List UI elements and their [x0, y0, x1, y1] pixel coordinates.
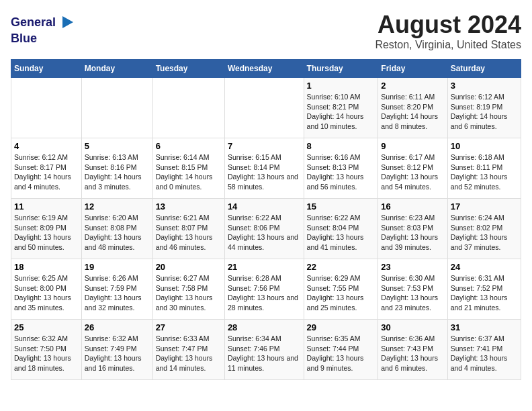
logo-arrow-icon	[60, 15, 75, 30]
subtitle: Reston, Virginia, United States	[375, 39, 521, 51]
logo-text-general: General	[11, 16, 56, 30]
day-info: Sunrise: 6:19 AM Sunset: 8:09 PM Dayligh…	[14, 214, 71, 251]
day-info: Sunrise: 6:18 AM Sunset: 8:11 PM Dayligh…	[451, 153, 508, 191]
calendar-cell: 24 Sunrise: 6:31 AM Sunset: 7:52 PM Dayl…	[447, 259, 521, 320]
day-number: 3	[451, 81, 518, 91]
calendar-week-row: 1 Sunrise: 6:10 AM Sunset: 8:21 PM Dayli…	[11, 78, 521, 138]
day-info: Sunrise: 6:24 AM Sunset: 8:02 PM Dayligh…	[451, 214, 508, 251]
day-info: Sunrise: 6:17 AM Sunset: 8:12 PM Dayligh…	[381, 153, 438, 191]
weekday-header-monday: Monday	[81, 60, 152, 78]
calendar-cell: 12 Sunrise: 6:20 AM Sunset: 8:08 PM Dayl…	[81, 199, 152, 259]
day-info: Sunrise: 6:10 AM Sunset: 8:21 PM Dayligh…	[307, 93, 364, 130]
weekday-header-thursday: Thursday	[304, 60, 378, 78]
calendar-cell	[11, 78, 82, 138]
title-block: August 2024 Reston, Virginia, United Sta…	[375, 11, 521, 51]
day-info: Sunrise: 6:11 AM Sunset: 8:20 PM Dayligh…	[381, 93, 438, 130]
calendar-cell: 5 Sunrise: 6:13 AM Sunset: 8:16 PM Dayli…	[81, 138, 152, 199]
day-number: 10	[451, 141, 518, 151]
day-info: Sunrise: 6:22 AM Sunset: 8:04 PM Dayligh…	[307, 214, 364, 251]
day-info: Sunrise: 6:35 AM Sunset: 7:44 PM Dayligh…	[307, 334, 364, 372]
day-number: 14	[228, 201, 301, 212]
calendar-cell: 11 Sunrise: 6:19 AM Sunset: 8:09 PM Dayl…	[11, 199, 82, 259]
calendar-header-row: SundayMondayTuesdayWednesdayThursdayFrid…	[11, 60, 521, 78]
day-info: Sunrise: 6:37 AM Sunset: 7:41 PM Dayligh…	[451, 334, 508, 372]
day-number: 13	[156, 201, 222, 212]
page-header: General Blue August 2024 Reston, Virgini…	[11, 11, 521, 51]
day-info: Sunrise: 6:31 AM Sunset: 7:52 PM Dayligh…	[451, 274, 508, 312]
day-number: 19	[85, 262, 150, 272]
day-number: 8	[307, 141, 375, 151]
calendar-cell: 3 Sunrise: 6:12 AM Sunset: 8:19 PM Dayli…	[447, 78, 521, 138]
calendar-cell: 15 Sunrise: 6:22 AM Sunset: 8:04 PM Dayl…	[304, 199, 378, 259]
calendar-cell: 1 Sunrise: 6:10 AM Sunset: 8:21 PM Dayli…	[304, 78, 378, 138]
day-number: 11	[14, 201, 79, 212]
calendar-cell: 25 Sunrise: 6:32 AM Sunset: 7:50 PM Dayl…	[11, 320, 82, 380]
calendar-cell: 29 Sunrise: 6:35 AM Sunset: 7:44 PM Dayl…	[304, 320, 378, 380]
weekday-header-wednesday: Wednesday	[224, 60, 304, 78]
day-number: 23	[381, 262, 444, 272]
day-info: Sunrise: 6:28 AM Sunset: 7:56 PM Dayligh…	[228, 274, 298, 312]
day-number: 25	[14, 322, 79, 332]
day-info: Sunrise: 6:12 AM Sunset: 8:19 PM Dayligh…	[451, 93, 508, 130]
weekday-header-tuesday: Tuesday	[152, 60, 224, 78]
day-number: 16	[381, 201, 444, 212]
day-info: Sunrise: 6:34 AM Sunset: 7:46 PM Dayligh…	[228, 334, 298, 372]
calendar-cell: 21 Sunrise: 6:28 AM Sunset: 7:56 PM Dayl…	[224, 259, 304, 320]
calendar-cell: 6 Sunrise: 6:14 AM Sunset: 8:15 PM Dayli…	[152, 138, 224, 199]
day-info: Sunrise: 6:23 AM Sunset: 8:03 PM Dayligh…	[381, 214, 438, 251]
calendar-cell: 26 Sunrise: 6:32 AM Sunset: 7:49 PM Dayl…	[81, 320, 152, 380]
day-number: 9	[381, 141, 444, 151]
calendar-week-row: 18 Sunrise: 6:25 AM Sunset: 8:00 PM Dayl…	[11, 259, 521, 320]
day-info: Sunrise: 6:13 AM Sunset: 8:16 PM Dayligh…	[85, 153, 142, 191]
svg-marker-0	[62, 16, 73, 28]
day-number: 26	[85, 322, 150, 332]
weekday-header-friday: Friday	[378, 60, 447, 78]
calendar-cell: 27 Sunrise: 6:33 AM Sunset: 7:47 PM Dayl…	[152, 320, 224, 380]
day-number: 27	[156, 322, 222, 332]
day-info: Sunrise: 6:30 AM Sunset: 7:53 PM Dayligh…	[381, 274, 438, 312]
day-info: Sunrise: 6:12 AM Sunset: 8:17 PM Dayligh…	[14, 153, 71, 191]
calendar-cell	[81, 78, 152, 138]
calendar-cell: 28 Sunrise: 6:34 AM Sunset: 7:46 PM Dayl…	[224, 320, 304, 380]
calendar-cell: 8 Sunrise: 6:16 AM Sunset: 8:13 PM Dayli…	[304, 138, 378, 199]
calendar-table: SundayMondayTuesdayWednesdayThursdayFrid…	[11, 59, 521, 380]
main-title: August 2024	[375, 11, 521, 39]
day-number: 31	[451, 322, 518, 332]
day-number: 12	[85, 201, 150, 212]
day-info: Sunrise: 6:25 AM Sunset: 8:00 PM Dayligh…	[14, 274, 71, 312]
calendar-cell: 30 Sunrise: 6:36 AM Sunset: 7:43 PM Dayl…	[378, 320, 447, 380]
day-number: 24	[451, 262, 518, 272]
calendar-week-row: 25 Sunrise: 6:32 AM Sunset: 7:50 PM Dayl…	[11, 320, 521, 380]
day-info: Sunrise: 6:36 AM Sunset: 7:43 PM Dayligh…	[381, 334, 438, 372]
day-number: 29	[307, 322, 375, 332]
day-number: 6	[156, 141, 222, 151]
calendar-cell: 14 Sunrise: 6:22 AM Sunset: 8:06 PM Dayl…	[224, 199, 304, 259]
calendar-cell: 19 Sunrise: 6:26 AM Sunset: 7:59 PM Dayl…	[81, 259, 152, 320]
day-info: Sunrise: 6:26 AM Sunset: 7:59 PM Dayligh…	[85, 274, 142, 312]
calendar-cell: 23 Sunrise: 6:30 AM Sunset: 7:53 PM Dayl…	[378, 259, 447, 320]
calendar-week-row: 4 Sunrise: 6:12 AM Sunset: 8:17 PM Dayli…	[11, 138, 521, 199]
day-number: 17	[451, 201, 518, 212]
day-number: 4	[14, 141, 79, 151]
logo-text-blue: Blue	[11, 32, 37, 46]
day-number: 20	[156, 262, 222, 272]
logo: General Blue	[11, 13, 75, 46]
day-number: 21	[228, 262, 301, 272]
calendar-cell: 16 Sunrise: 6:23 AM Sunset: 8:03 PM Dayl…	[378, 199, 447, 259]
day-number: 18	[14, 262, 79, 272]
day-info: Sunrise: 6:16 AM Sunset: 8:13 PM Dayligh…	[307, 153, 364, 191]
day-info: Sunrise: 6:27 AM Sunset: 7:58 PM Dayligh…	[156, 274, 213, 312]
day-number: 7	[228, 141, 301, 151]
weekday-header-saturday: Saturday	[447, 60, 521, 78]
calendar-cell	[152, 78, 224, 138]
weekday-header-sunday: Sunday	[11, 60, 82, 78]
calendar-cell: 7 Sunrise: 6:15 AM Sunset: 8:14 PM Dayli…	[224, 138, 304, 199]
calendar-week-row: 11 Sunrise: 6:19 AM Sunset: 8:09 PM Dayl…	[11, 199, 521, 259]
calendar-cell: 10 Sunrise: 6:18 AM Sunset: 8:11 PM Dayl…	[447, 138, 521, 199]
calendar-cell	[224, 78, 304, 138]
day-info: Sunrise: 6:32 AM Sunset: 7:49 PM Dayligh…	[85, 334, 142, 372]
calendar-cell: 31 Sunrise: 6:37 AM Sunset: 7:41 PM Dayl…	[447, 320, 521, 380]
day-info: Sunrise: 6:21 AM Sunset: 8:07 PM Dayligh…	[156, 214, 213, 251]
calendar-cell: 17 Sunrise: 6:24 AM Sunset: 8:02 PM Dayl…	[447, 199, 521, 259]
calendar-cell: 18 Sunrise: 6:25 AM Sunset: 8:00 PM Dayl…	[11, 259, 82, 320]
